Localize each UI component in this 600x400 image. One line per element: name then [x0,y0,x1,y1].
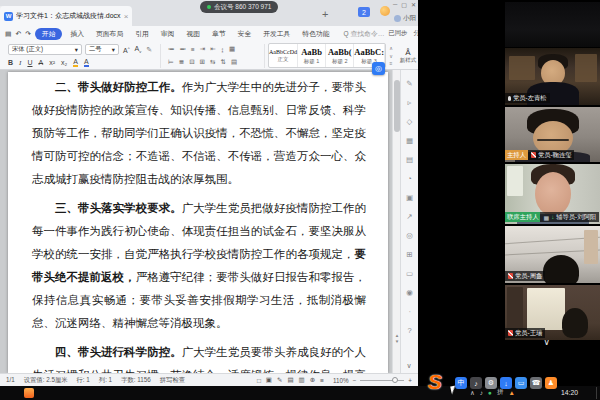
maximize-icon[interactable]: ▢ [401,1,407,8]
new-tab-button[interactable]: + [322,8,328,20]
gallery-scroll-arrows[interactable]: ∧∨≡ [387,43,395,68]
chart-icon[interactable]: ◔ [407,169,412,188]
update-icon[interactable]: ▲ [508,389,514,396]
screenshare-s-logo[interactable]: S [428,370,442,394]
user-chip[interactable]: 小阳 [394,14,416,23]
video-tile[interactable]: 党员-王瑞 [505,285,600,340]
download-icon[interactable]: ↓ [500,377,512,389]
font-size-select[interactable]: 二号▾ [85,44,119,55]
table-icon[interactable]: ▦ [406,131,413,150]
settings-gear-icon[interactable]: ⚙ [485,377,497,389]
account-avatar[interactable] [380,6,390,16]
menu-视图[interactable]: 视图 [182,28,204,40]
pen-icon[interactable]: ✎ [406,74,412,93]
paragraph-tool-icon[interactable]: ≡ [191,46,195,53]
paragraph-tool-icon[interactable]: ≕ [180,45,187,53]
vertical-scrollbar[interactable]: ▲▼ [392,70,400,373]
edit-mode-icon[interactable]: ✎ [277,376,282,384]
document-tab[interactable]: W学习文件1：众志成城战疫情.docx× [0,6,132,26]
highlight-button[interactable]: A [73,58,78,67]
sound-icon[interactable]: ♪ [480,389,483,396]
menu-开始[interactable]: 开始 [35,28,63,40]
menu-章节[interactable]: 章节 [208,28,230,40]
paragraph-tool-icon[interactable]: ⊞ [200,58,205,66]
search-command[interactable]: Q 查找命令… [344,29,385,39]
shape-icon[interactable]: ◇ [407,112,413,131]
two-page-icon[interactable]: ▣ [266,376,272,384]
ime-icon[interactable]: 中 [455,377,467,389]
video-tile[interactable]: 主持人党员-鞠连玺 [505,107,600,162]
grow-font-button[interactable]: A^ [123,46,130,54]
menu-引用[interactable]: 引用 [131,28,153,40]
clock[interactable]: 14:20 [561,389,578,396]
video-tile[interactable]: 党员-周鑫 [505,226,600,283]
web-layout-icon[interactable]: ▥ [299,376,305,384]
menu-开发工具[interactable]: 开发工具 [259,28,294,40]
paragraph-tool-icon[interactable]: ▤ [231,58,237,66]
strikethrough-button[interactable]: A [38,59,43,66]
paragraph-tool-icon[interactable]: ↨ [221,46,224,53]
zoom-out-button[interactable]: − [353,377,357,384]
print-layout-icon[interactable]: ▤ [287,376,293,384]
underline-button[interactable]: U [27,59,32,66]
redo-icon[interactable]: ↷ [25,30,31,38]
menu-插入[interactable]: 插入 [66,28,88,40]
video-tile[interactable]: 联席主持人▦↓辅导员-刘阿阳 [505,164,600,224]
menu-安全[interactable]: 安全 [234,28,256,40]
undo-icon[interactable]: ↶ [15,30,21,38]
fit-page-icon[interactable]: □ [257,377,261,384]
rail-collapse-button[interactable]: ∨ [400,362,418,370]
export-icon[interactable]: ↗ [406,207,412,226]
bold-button[interactable]: B [8,59,13,66]
paragraph-tool-icon[interactable]: ⇅ [220,58,225,66]
voice-icon[interactable]: ♪ [470,377,482,389]
plus-icon[interactable]: ⊞ [406,245,412,264]
member-icon[interactable]: ♟ [545,377,557,389]
eye-protect-icon[interactable]: ≡ [320,377,324,384]
new-style-button[interactable]: Å 新样式 [398,43,418,68]
close-tab-icon[interactable]: × [124,12,129,21]
meeting-id-badge[interactable]: 会议号 860 370 971 [200,1,278,13]
zoom-in-button[interactable]: + [408,377,412,384]
italic-button[interactable]: I [19,59,21,67]
select-icon[interactable]: ▹ [408,93,412,112]
minimize-icon[interactable]: ─ [393,1,397,8]
menu-特色功能[interactable]: 特色功能 [298,28,333,40]
paragraph-tool-icon[interactable]: ≣ [179,58,184,66]
notification-count-badge[interactable]: 2 [358,7,370,17]
paragraph-tool-icon[interactable]: ⊟ [189,58,194,66]
superscript-button[interactable]: x² [49,59,55,66]
menu-审阅[interactable]: 审阅 [157,28,179,40]
save-icon[interactable]: ▤ [5,30,11,38]
style-标题 1[interactable]: AaBb标题 1 [298,44,326,67]
image-icon[interactable]: ▣ [406,188,413,207]
phone-icon[interactable]: ☎ [530,377,542,389]
style-正文[interactable]: AaBbCcDd正文 [269,44,298,67]
paragraph-tool-icon[interactable]: ▦ [229,45,235,53]
zoom-slider[interactable] [360,380,404,381]
zoom-level[interactable]: 110% [333,377,349,384]
fullscreen-icon[interactable]: ⊕ [310,376,315,384]
document-page[interactable]: 二、带头做好防控工作。作为广大学生中的先进分子，要带头做好疫情防控的政策宣传、知… [8,72,388,373]
menu-页面布局[interactable]: 页面布局 [92,28,127,40]
locate-button[interactable]: ◎ [372,62,385,75]
hidden-icons-arrow[interactable]: ∧ [470,389,475,397]
ime-pinyin-icon[interactable]: 拼 [497,388,504,397]
safety-icon[interactable]: ● [488,389,492,396]
help-icon[interactable]: ? [407,321,411,340]
taskbar-app-icon[interactable] [24,388,34,398]
show-desktop-button[interactable] [596,387,597,399]
shrink-font-button[interactable]: Av [135,45,142,54]
close-icon[interactable]: ✕ [411,1,416,8]
zoom-knob[interactable] [392,377,398,383]
target-icon[interactable]: ◎ [406,226,413,245]
subscript-button[interactable]: x₂ [61,59,67,66]
style-标题 2[interactable]: AaBb(标题 2 [326,44,354,67]
paragraph-tool-icon[interactable]: ⊨ [168,58,174,66]
record-icon[interactable]: ◉ [406,283,413,302]
action-已同步[interactable]: 已同步 [388,29,407,38]
paragraph-tool-icon[interactable]: ⇥ [200,45,205,53]
monitor-icon[interactable]: ▭ [515,377,527,389]
font-name-select[interactable]: 宋体 (正文)▾ [8,44,82,55]
grid-icon[interactable]: ▤ [406,150,413,169]
